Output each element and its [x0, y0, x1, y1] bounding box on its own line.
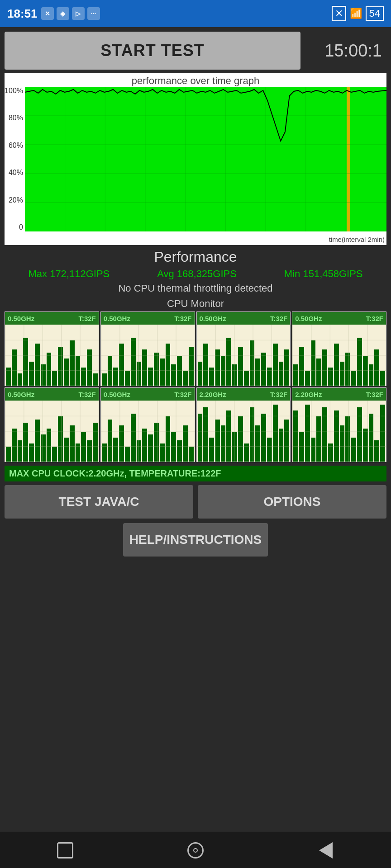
- cpu-bars-5: [101, 401, 195, 462]
- cpu-cell-header-0: 0.50GHzT:32F: [5, 312, 99, 325]
- cpu-bar-6-3: [215, 420, 220, 462]
- cpu-bar-2-10: [255, 359, 260, 386]
- cpu-bar-3-12: [363, 356, 368, 386]
- cpu-bar-3-6: [328, 368, 333, 386]
- cpu-bar-7-9: [345, 416, 350, 462]
- cpu-bar-1-5: [131, 338, 136, 386]
- cpu-bar-3-1: [299, 347, 304, 386]
- cpu-freq-6: 2.20GHz: [200, 391, 226, 398]
- cpu-bar-5-0: [102, 443, 107, 462]
- cpu-bar-7-11: [357, 407, 362, 462]
- cpu-temp-7: T:32F: [366, 391, 383, 398]
- perf-avg: Avg 168,325GIPS: [157, 268, 237, 280]
- cpu-bar-6-5: [226, 410, 231, 462]
- cpu-bar-1-13: [177, 356, 182, 386]
- cpu-temp-0: T:32F: [78, 315, 95, 322]
- play-icon: ▷: [72, 7, 85, 20]
- cpu-bar-2-2: [209, 368, 214, 386]
- cpu-bar-4-1: [12, 429, 17, 462]
- cpu-bar-3-4: [316, 359, 321, 386]
- timer-display: 15:00:1: [305, 41, 386, 61]
- cpu-bar-7-0: [293, 410, 298, 462]
- cpu-bar-3-8: [340, 362, 345, 386]
- cpu-bar-7-6: [328, 443, 333, 462]
- cpu-grid: 0.50GHzT:32F0.50GHzT:32F0.50GHzT:32F0.50…: [5, 311, 386, 462]
- cpu-freq-4: 0.50GHz: [8, 391, 34, 398]
- nav-home-button[interactable]: [182, 837, 209, 864]
- top-controls: START TEST 15:00:1: [5, 32, 386, 70]
- cpu-bar-6-2: [209, 438, 214, 462]
- cpu-bar-7-8: [340, 425, 345, 462]
- cpu-bar-6-8: [244, 443, 249, 462]
- cpu-bar-5-11: [166, 416, 171, 462]
- help-instructions-button[interactable]: HELP/INSTRUCTIONS: [123, 523, 268, 557]
- cpu-bar-2-4: [221, 356, 226, 386]
- stop-icon: ✕: [332, 6, 346, 21]
- performance-section: Performance Max 172,112GIPS Avg 168,325G…: [5, 249, 386, 294]
- cpu-freq-0: 0.50GHz: [8, 315, 34, 322]
- nav-bar: [0, 832, 391, 868]
- cpu-bar-6-14: [279, 429, 284, 462]
- cpu-temp-3: T:32F: [366, 315, 383, 322]
- cpu-bar-0-8: [52, 371, 57, 386]
- cpu-cell-0: 0.50GHzT:32F: [5, 311, 99, 386]
- cpu-bar-2-8: [244, 371, 249, 386]
- cpu-cell-2: 0.50GHzT:32F: [196, 311, 291, 386]
- cpu-bars-4: [5, 401, 99, 462]
- cpu-temp-2: T:32F: [270, 315, 287, 322]
- cpu-bar-0-7: [47, 353, 52, 386]
- cpu-bar-6-9: [250, 407, 255, 462]
- cpu-bar-1-10: [160, 359, 165, 386]
- cpu-bar-7-2: [305, 405, 310, 462]
- options-button[interactable]: OPTIONS: [198, 485, 386, 519]
- performance-stats: Max 172,112GIPS Avg 168,325GIPS Min 151,…: [5, 268, 386, 280]
- cpu-cell-header-4: 0.50GHzT:32F: [5, 388, 99, 401]
- cpu-bar-1-2: [113, 368, 118, 386]
- y-label-100: 100%: [5, 87, 23, 95]
- x-axis-label: time(interval 2min): [329, 236, 385, 243]
- cpu-bar-3-0: [293, 364, 298, 386]
- cpu-bar-3-7: [334, 344, 339, 386]
- cpu-bar-5-12: [171, 432, 176, 462]
- status-bar: 18:51 ✕ ◈ ▷ ··· ✕ 📶 54: [0, 0, 391, 27]
- cpu-bar-4-4: [29, 443, 34, 462]
- cpu-bar-1-12: [171, 364, 176, 386]
- cpu-bar-3-5: [322, 349, 327, 386]
- cpu-temp-1: T:32F: [174, 315, 191, 322]
- nav-recent-button[interactable]: [52, 837, 79, 864]
- nav-back-button[interactable]: [312, 837, 339, 864]
- cpu-bar-2-12: [267, 368, 272, 386]
- cpu-cell-header-3: 0.50GHzT:32F: [292, 312, 386, 325]
- y-label-60: 60%: [9, 142, 23, 150]
- bottom-buttons: TEST JAVA/C OPTIONS: [5, 485, 386, 519]
- cpu-freq-7: 2.20GHz: [295, 391, 322, 398]
- cpu-bar-3-2: [305, 371, 310, 386]
- cpu-bar-7-10: [351, 438, 356, 462]
- cpu-freq-5: 0.50GHz: [104, 391, 130, 398]
- cpu-bar-2-15: [284, 349, 289, 386]
- max-cpu-bar: MAX CPU CLOCK:2.20GHz, TEMPERATURE:122F: [5, 466, 386, 481]
- cpu-bar-6-15: [284, 420, 289, 462]
- cpu-bar-7-15: [380, 405, 385, 462]
- cpu-bar-6-13: [273, 405, 278, 462]
- cpu-bar-4-12: [76, 443, 81, 462]
- cpu-bar-7-12: [363, 429, 368, 462]
- perf-min: Min 151,458GIPS: [284, 268, 363, 280]
- cpu-bars-2: [197, 325, 291, 386]
- cpu-bar-0-5: [35, 344, 40, 386]
- status-icons: ✕ ◈ ▷ ···: [41, 7, 100, 20]
- cpu-bar-4-14: [87, 440, 92, 462]
- graph-svg: [25, 87, 386, 231]
- cpu-cell-header-7: 2.20GHzT:32F: [292, 388, 386, 401]
- cpu-temp-4: T:32F: [78, 391, 95, 398]
- start-test-button[interactable]: START TEST: [5, 32, 300, 70]
- notification-icon-1: ✕: [41, 7, 54, 20]
- status-right: ✕ 📶 54: [332, 6, 384, 21]
- cpu-bar-7-1: [299, 432, 304, 462]
- cpu-bar-7-4: [316, 416, 321, 462]
- cpu-bar-4-6: [41, 434, 46, 462]
- cpu-bar-2-1: [203, 344, 208, 386]
- test-java-c-button[interactable]: TEST JAVA/C: [5, 485, 193, 519]
- battery-icon: 54: [366, 6, 384, 21]
- cpu-bar-3-11: [357, 338, 362, 386]
